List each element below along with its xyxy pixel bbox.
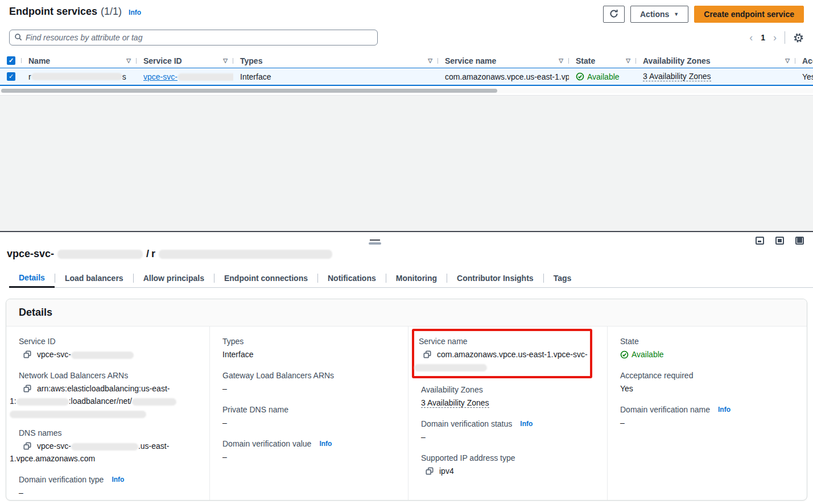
table-row[interactable]: ✓ rs vpce-svc- Interface com.amazonaws.v… bbox=[0, 68, 813, 86]
copy-icon[interactable] bbox=[426, 467, 434, 475]
refresh-icon bbox=[609, 9, 618, 20]
availability-zones-link[interactable]: 3 Availability Zones bbox=[421, 398, 489, 408]
endpoint-services-table: ✓ Name▽ Service ID▽ Types▽ Service name▽… bbox=[0, 53, 813, 93]
gear-icon[interactable] bbox=[793, 32, 804, 43]
field-acceptance-required: Acceptance required Yes bbox=[611, 370, 799, 395]
info-link[interactable]: Info bbox=[520, 418, 533, 429]
field-dns-names: DNS names vpce-svc-.us-east- 1.vpce.amaz… bbox=[10, 427, 201, 465]
redacted-text bbox=[71, 352, 134, 359]
status-badge: Available bbox=[620, 348, 799, 361]
redacted-text bbox=[16, 398, 69, 406]
availability-zones-link[interactable]: 3 Availability Zones bbox=[643, 72, 711, 81]
details-column-3: Service name com.amazonaws.vpce.us-east-… bbox=[408, 327, 607, 501]
tab-contributor-insights[interactable]: Contributor Insights bbox=[447, 269, 543, 288]
info-link[interactable]: Info bbox=[718, 404, 731, 415]
search-input[interactable] bbox=[26, 33, 373, 42]
details-column-4: State Available Acceptance required Yes bbox=[607, 327, 807, 501]
field-types: Types Interface bbox=[213, 336, 400, 361]
redacted-text bbox=[10, 411, 146, 418]
field-gateway-lb-arns: Gateway Load Balancers ARNs – bbox=[213, 370, 400, 395]
field-supported-ip-address-type: Supported IP address type ipv4 bbox=[412, 452, 599, 477]
details-column-2: Types Interface Gateway Load Balancers A… bbox=[209, 327, 408, 501]
next-page-icon[interactable]: › bbox=[773, 32, 777, 43]
filter-icon[interactable]: ▽ bbox=[559, 57, 563, 64]
copy-icon[interactable] bbox=[23, 442, 31, 450]
check-circle-icon bbox=[576, 72, 584, 81]
panel-size-large-icon[interactable] bbox=[795, 237, 804, 245]
redacted-text bbox=[31, 73, 122, 80]
redacted-text bbox=[132, 398, 176, 406]
info-link[interactable]: Info bbox=[129, 9, 141, 16]
divider bbox=[785, 31, 785, 44]
tab-tags[interactable]: Tags bbox=[544, 269, 581, 288]
check-circle-icon bbox=[620, 350, 629, 359]
field-private-dns-name: Private DNS name – bbox=[213, 404, 400, 429]
column-header-acceptance-required: Acceptance required bbox=[802, 56, 813, 65]
tab-load-balancers[interactable]: Load balancers bbox=[55, 269, 133, 288]
content-background bbox=[0, 95, 813, 231]
column-header-state: State bbox=[576, 56, 595, 65]
highlight-box: Service name com.amazonaws.vpce.us-east-… bbox=[412, 329, 592, 378]
redacted-text bbox=[414, 364, 487, 371]
field-nlb-arns: Network Load Balancers ARNs arn:aws:elas… bbox=[10, 370, 201, 418]
redacted-text bbox=[57, 250, 143, 259]
filter-icon[interactable]: ▽ bbox=[428, 57, 432, 64]
field-domain-verification-type: Domain verification typeInfo – bbox=[10, 474, 201, 499]
filter-icon[interactable]: ▽ bbox=[126, 57, 131, 64]
split-panel-drag-handle[interactable] bbox=[369, 239, 381, 245]
create-endpoint-service-button[interactable]: Create endpoint service bbox=[694, 6, 804, 23]
field-domain-verification-value: Domain verification valueInfo – bbox=[213, 438, 400, 463]
panel-size-medium-icon[interactable] bbox=[775, 237, 784, 245]
column-header-availability-zones: Availability Zones bbox=[643, 56, 711, 65]
panel-title: vpce-svc- / r bbox=[7, 248, 813, 260]
field-availability-zones: Availability Zones 3 Availability Zones bbox=[412, 384, 599, 409]
field-domain-verification-status: Domain verification statusInfo – bbox=[412, 418, 599, 443]
info-link[interactable]: Info bbox=[319, 438, 332, 449]
details-heading: Details bbox=[19, 307, 794, 319]
row-checkbox[interactable]: ✓ bbox=[7, 72, 15, 81]
refresh-button[interactable] bbox=[603, 6, 625, 23]
row-acceptance-required: Yes bbox=[795, 72, 813, 81]
table-header-row: ✓ Name▽ Service ID▽ Types▽ Service name▽… bbox=[0, 53, 813, 68]
field-service-name: Service name com.amazonaws.vpce.us-east-… bbox=[414, 336, 588, 371]
panel-size-small-icon[interactable] bbox=[756, 237, 764, 245]
redacted-text bbox=[159, 250, 332, 259]
details-card: Details Service ID vpce-svc- Network Loa… bbox=[6, 299, 807, 501]
search-icon bbox=[14, 33, 22, 43]
column-header-service-name: Service name bbox=[445, 56, 496, 65]
tab-endpoint-connections[interactable]: Endpoint connections bbox=[214, 269, 317, 288]
chevron-down-icon: ▼ bbox=[674, 11, 679, 17]
service-id-link[interactable]: vpce-svc- bbox=[143, 72, 233, 81]
search-box[interactable] bbox=[9, 30, 378, 46]
row-service-name: com.amazonaws.vpce.us-east-1.vpce-sv... bbox=[438, 72, 569, 81]
filter-icon[interactable]: ▽ bbox=[223, 57, 228, 64]
redacted-text bbox=[178, 73, 233, 81]
row-types: Interface bbox=[233, 72, 438, 81]
info-link[interactable]: Info bbox=[112, 474, 124, 485]
tab-details[interactable]: Details bbox=[9, 269, 55, 288]
filter-icon[interactable]: ▽ bbox=[785, 57, 790, 64]
field-state: State Available bbox=[611, 336, 799, 361]
details-column-1: Service ID vpce-svc- Network Load Balanc… bbox=[6, 327, 209, 501]
tab-monitoring[interactable]: Monitoring bbox=[386, 269, 447, 288]
endpoint-services-list-section: Endpoint services (1/1) Info Actions ▼ C… bbox=[0, 0, 813, 93]
split-panel: vpce-svc- / r Details Load balancers All… bbox=[0, 231, 813, 504]
previous-page-icon[interactable]: ‹ bbox=[749, 32, 753, 43]
tab-allow-principals[interactable]: Allow principals bbox=[134, 269, 214, 288]
select-all-checkbox[interactable]: ✓ bbox=[7, 56, 15, 65]
redacted-text bbox=[71, 443, 138, 451]
column-header-name: Name bbox=[28, 56, 50, 65]
copy-icon[interactable] bbox=[23, 350, 31, 358]
filter-icon[interactable]: ▽ bbox=[626, 57, 630, 64]
resource-count: (1/1) bbox=[101, 6, 122, 18]
pagination: ‹ 1 › bbox=[749, 31, 804, 44]
tab-notifications[interactable]: Notifications bbox=[318, 269, 386, 288]
column-header-service-id: Service ID bbox=[143, 56, 182, 65]
field-domain-verification-name: Domain verification nameInfo – bbox=[611, 404, 799, 429]
actions-button[interactable]: Actions ▼ bbox=[630, 6, 688, 23]
horizontal-scrollbar[interactable] bbox=[0, 88, 813, 93]
copy-icon[interactable] bbox=[23, 385, 31, 393]
scrollbar-thumb[interactable] bbox=[1, 89, 497, 93]
copy-icon[interactable] bbox=[423, 350, 431, 358]
page-number[interactable]: 1 bbox=[758, 33, 767, 42]
